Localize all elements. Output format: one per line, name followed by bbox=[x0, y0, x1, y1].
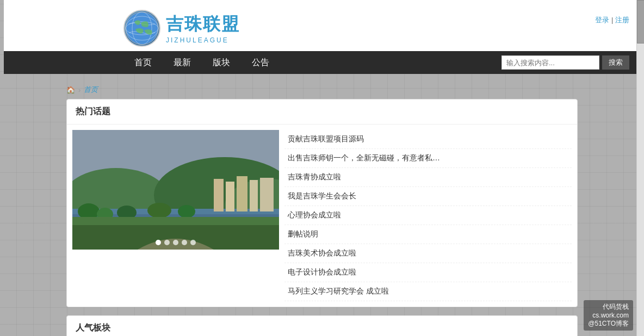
topic-item[interactable]: 我是吉珠学生会会长 bbox=[284, 187, 572, 206]
svg-rect-13 bbox=[237, 176, 247, 211]
breadcrumb-sep: › bbox=[78, 86, 81, 94]
breadcrumb: 🏠 › 首页 bbox=[66, 85, 578, 95]
slide-image bbox=[72, 130, 279, 250]
breadcrumb-current[interactable]: 首页 bbox=[84, 85, 98, 95]
logo-text-area: 吉珠联盟 JIZHULEAGUE bbox=[166, 13, 240, 44]
topic-item[interactable]: 删帖说明 bbox=[284, 225, 572, 244]
svg-point-20 bbox=[178, 205, 195, 218]
globe-icon bbox=[125, 11, 159, 46]
nav-bar: 首页 最新 版块 公告 搜索 bbox=[4, 51, 640, 74]
topic-item[interactable]: 心理协会成立啦 bbox=[284, 206, 572, 225]
watermark: 代码货栈 cs.work.com @51CTO博客 bbox=[584, 300, 633, 331]
hot-topics-section: 热门话题 bbox=[66, 99, 578, 307]
svg-point-0 bbox=[126, 12, 158, 45]
header-auth: 登录 | 注册 bbox=[595, 15, 629, 25]
search-button[interactable]: 搜索 bbox=[602, 55, 629, 70]
topic-item[interactable]: 出售吉珠师钥一个，全新无磁碰，有意者私… bbox=[284, 149, 572, 168]
topic-item[interactable]: 马列主义学习研究学会 成立啦 bbox=[284, 282, 572, 301]
auth-sep: | bbox=[611, 16, 613, 24]
nav-search: 搜索 bbox=[501, 55, 629, 70]
site-title: 吉珠联盟 bbox=[166, 13, 240, 36]
svg-rect-14 bbox=[250, 180, 258, 211]
landscape-svg bbox=[72, 130, 279, 250]
register-link[interactable]: 注册 bbox=[615, 16, 629, 24]
watermark-line2: cs.work.com bbox=[588, 312, 629, 319]
svg-rect-11 bbox=[214, 179, 224, 211]
watermark-line1: 代码货栈 bbox=[588, 302, 629, 312]
topic-item[interactable]: 吉珠美术协会成立啦 bbox=[284, 244, 572, 263]
topic-item[interactable]: 吉珠青协成立啦 bbox=[284, 168, 572, 187]
nav-home[interactable]: 首页 bbox=[123, 52, 163, 74]
topic-item[interactable]: 电子设计协会成立啦 bbox=[284, 263, 572, 282]
svg-rect-15 bbox=[260, 178, 274, 211]
main-content: 🏠 › 首页 热门话题 bbox=[66, 74, 578, 336]
svg-rect-12 bbox=[226, 182, 234, 211]
nav-links: 首页 最新 版块 公告 bbox=[123, 52, 280, 74]
home-icon: 🏠 bbox=[66, 86, 75, 94]
popular-blocks-title: 人气板块 bbox=[67, 316, 577, 336]
svg-point-19 bbox=[147, 203, 171, 218]
dot-2[interactable] bbox=[164, 240, 170, 245]
dot-1[interactable] bbox=[156, 240, 161, 245]
slideshow[interactable] bbox=[72, 130, 279, 250]
topic-list: 贡献吉珠联盟项目源码 出售吉珠师钥一个，全新无磁碰，有意者私… 吉珠青协成立啦 … bbox=[284, 130, 572, 301]
logo-area: 吉珠联盟 JIZHULEAGUE bbox=[123, 10, 240, 47]
watermark-line3: @51CTO博客 bbox=[588, 319, 629, 328]
topic-item[interactable]: 贡献吉珠联盟项目源码 bbox=[284, 130, 572, 149]
login-link[interactable]: 登录 bbox=[595, 16, 609, 24]
nav-notice[interactable]: 公告 bbox=[241, 52, 280, 74]
site-subtitle: JIZHULEAGUE bbox=[166, 36, 240, 44]
dot-5[interactable] bbox=[190, 240, 196, 245]
dot-4[interactable] bbox=[182, 240, 187, 245]
hot-topics-title: 热门话题 bbox=[67, 99, 577, 125]
popular-blocks-section: 人气板块 COMPUTER ASSOCIATION bbox=[66, 315, 578, 336]
slide-dots bbox=[156, 240, 196, 245]
nav-blocks[interactable]: 版块 bbox=[202, 52, 241, 74]
nav-latest[interactable]: 最新 bbox=[163, 52, 202, 74]
logo-globe bbox=[123, 10, 160, 47]
dot-3[interactable] bbox=[173, 240, 178, 245]
search-input[interactable] bbox=[501, 55, 599, 70]
hot-topics-body: 贡献吉珠联盟项目源码 出售吉珠师钥一个，全新无磁碰，有意者私… 吉珠青协成立啦 … bbox=[67, 125, 577, 307]
